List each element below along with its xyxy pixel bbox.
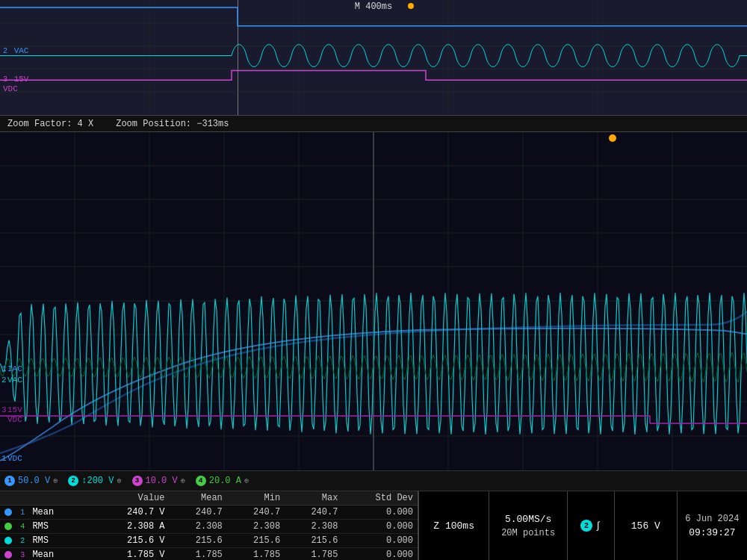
meas-max: 2.308 — [285, 520, 342, 534]
measurements-panel: Value Mean Min Max Std Dev 1 Mean 240.7 … — [0, 491, 418, 560]
col-header-mean: Mean — [170, 491, 227, 505]
meas-mean: 215.6 — [170, 534, 227, 548]
svg-text:1: 1 — [1, 454, 7, 463]
meas-ch-num: 2 — [20, 537, 25, 545]
main-grid-svg: 1 IAC 2 VAC 3 15V VDC 1 VDC — [0, 132, 747, 470]
freq-value: 156 V — [631, 520, 660, 532]
right-info-panel: Z 100ms 5.00MS/s 20M points 2 ∫ 156 V 6 … — [418, 491, 747, 560]
zoom-info-bar: Zoom Factor: 4 X Zoom Position: −313ms — [0, 116, 747, 132]
svg-text:VDC: VDC — [7, 415, 22, 424]
meas-stddev: 0.000 — [342, 534, 418, 548]
meas-min: 1.785 — [227, 548, 285, 561]
time-div-box: Z 100ms — [418, 491, 489, 560]
meas-label-cell: 4 RMS — [0, 520, 94, 534]
ch2-badge: 2 — [580, 520, 592, 532]
meas-ch-dot — [4, 508, 12, 516]
meas-mean: 2.308 — [170, 520, 227, 534]
svg-point-8 — [408, 3, 414, 9]
measurement-row: 1 Mean 240.7 V 240.7 240.7 240.7 0.000 — [0, 505, 418, 520]
ch2-circle: 2 — [68, 476, 78, 486]
meas-max: 240.7 — [285, 505, 342, 520]
time-display: 09:39:27 — [689, 527, 735, 538]
meas-label-cell: 1 Mean — [0, 505, 94, 520]
freq-box: 156 V — [614, 491, 677, 560]
svg-text:VAC: VAC — [7, 376, 22, 385]
meas-min: 215.6 — [227, 534, 285, 548]
meas-label-cell: 3 Mean — [0, 548, 94, 561]
ch1-circle: 1 — [4, 476, 15, 486]
zoom-position: Zoom Position: −313ms — [116, 119, 229, 129]
ch2-value: ↕200 V — [81, 476, 114, 486]
meas-stddev: 0.000 — [342, 548, 418, 561]
measurements-table: Value Mean Min Max Std Dev 1 Mean 240.7 … — [0, 491, 418, 560]
meas-stddev: 0.000 — [342, 505, 418, 520]
meas-mean: 1.785 — [170, 548, 227, 561]
col-header-min: Min — [227, 491, 285, 505]
meas-ch-num: 4 — [20, 523, 25, 531]
meas-ch-dot — [4, 523, 12, 530]
meas-max: 1.785 — [285, 548, 342, 561]
ch2-mode-box: 2 ∫ — [567, 491, 614, 560]
meas-value: 2.308 A — [94, 520, 170, 534]
overview-waveform-svg — [0, 0, 747, 115]
meas-ch-dot — [4, 537, 12, 544]
ch4-icon: ⊕ — [244, 476, 249, 485]
ch3-circle: 3 — [132, 476, 143, 486]
channel-1-pill[interactable]: 1 50.0 V ⊕ — [4, 476, 58, 486]
meas-label: Mean — [32, 507, 54, 517]
svg-text:VDC: VDC — [7, 454, 22, 463]
svg-text:2: 2 — [1, 376, 7, 385]
timestamp-box: 6 Jun 2024 09:39:27 — [677, 491, 747, 560]
meas-label: Mean — [32, 550, 54, 560]
svg-point-31 — [609, 134, 616, 142]
channel-4-pill[interactable]: 4 20.0 A ⊕ — [196, 476, 249, 486]
ch3-value: 10.0 V — [146, 476, 178, 486]
channel-2-pill[interactable]: 2 ↕200 V ⊕ — [68, 476, 121, 486]
svg-text:15V: 15V — [7, 405, 22, 414]
sample-rate-box: 5.00MS/s 20M points — [489, 491, 567, 560]
channel-toolbar: 1 50.0 V ⊕ 2 ↕200 V ⊕ 3 10.0 V ⊕ 4 20.0 … — [0, 470, 747, 491]
ch2-icon: ⊕ — [117, 476, 121, 485]
ch1-value: 50.0 V — [18, 476, 50, 486]
ch4-circle: 4 — [196, 476, 206, 486]
meas-label-cell: 2 RMS — [0, 534, 94, 548]
meas-label: RMS — [32, 535, 49, 546]
meas-value: 240.7 V — [94, 505, 170, 520]
col-header-value: Value — [94, 491, 170, 505]
col-header-stddev: Std Dev — [342, 491, 418, 505]
svg-text:1: 1 — [1, 364, 7, 373]
meas-value: 1.785 V — [94, 548, 170, 561]
measurement-row: 2 RMS 215.6 V 215.6 215.6 215.6 0.000 — [0, 534, 418, 548]
sample-points: 20M points — [501, 528, 555, 538]
meas-stddev: 0.000 — [342, 520, 418, 534]
col-header-label — [0, 491, 94, 505]
measurement-row: 4 RMS 2.308 A 2.308 2.308 2.308 0.000 — [0, 520, 418, 534]
zoom-factor: Zoom Factor: 4 X — [7, 119, 93, 129]
meas-label: RMS — [32, 521, 49, 532]
ch1-icon: ⊕ — [53, 476, 58, 485]
meas-max: 215.6 — [285, 534, 342, 548]
measurement-row: 3 Mean 1.785 V 1.785 1.785 1.785 0.000 — [0, 548, 418, 561]
meas-value: 215.6 V — [94, 534, 170, 548]
meas-min: 2.308 — [227, 520, 285, 534]
main-scope-view: 1 IAC 2 VAC 3 15V VDC 1 VDC — [0, 132, 747, 470]
meas-mean: 240.7 — [170, 505, 227, 520]
z-time-div: Z 100ms — [433, 520, 474, 532]
overview-strip: M 400ms 2 VAC 3 15V VDC — [0, 0, 747, 116]
meas-min: 240.7 — [227, 505, 285, 520]
integral-icon: ∫ — [595, 520, 601, 532]
channel-3-pill[interactable]: 3 10.0 V ⊕ — [132, 476, 185, 486]
svg-text:IAC: IAC — [7, 364, 22, 373]
measurements-body: 1 Mean 240.7 V 240.7 240.7 240.7 0.000 4… — [0, 505, 418, 561]
col-header-max: Max — [285, 491, 342, 505]
meas-ch-num: 3 — [20, 551, 25, 559]
meas-ch-dot — [4, 551, 12, 559]
date-display: 6 Jun 2024 — [685, 514, 739, 524]
ch3-icon: ⊕ — [181, 476, 185, 485]
meas-ch-num: 1 — [20, 508, 25, 517]
sample-rate: 5.00MS/s — [505, 514, 551, 525]
svg-text:3: 3 — [1, 405, 7, 414]
ch4-value: 20.0 A — [209, 476, 241, 486]
